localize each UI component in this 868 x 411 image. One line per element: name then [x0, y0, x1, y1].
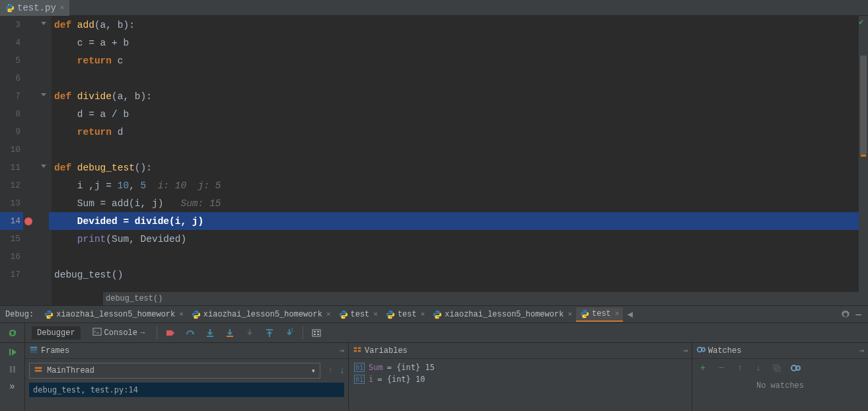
variable-row[interactable]: 01Sum= {int} 15 — [351, 361, 689, 373]
pin-icon[interactable]: ⇥ — [683, 346, 688, 355]
fold-icon[interactable] — [41, 165, 48, 171]
fold-icon[interactable] — [41, 22, 48, 28]
line-number: 10 — [0, 145, 23, 155]
current-execution-line: Devided = divide(i, j) — [52, 212, 868, 230]
editor-gutter: 3 4 5 6 7 8 9 10 11 12 13 14 15 16 17 — [0, 16, 52, 305]
editor-scrollbar[interactable]: ✔ — [859, 16, 868, 305]
debugger-subtab[interactable]: Debugger — [32, 326, 81, 340]
frame-item[interactable]: debug_test, test.py:14 — [29, 383, 344, 397]
resume-icon[interactable] — [6, 346, 19, 359]
svg-rect-5 — [266, 329, 273, 330]
prev-frame-icon[interactable]: ↑ — [324, 365, 336, 377]
add-watch-icon[interactable]: + — [696, 361, 709, 375]
python-run-icon — [44, 310, 54, 319]
variable-row[interactable]: 01i= {int} 10 — [351, 373, 689, 385]
fold-icon[interactable] — [41, 93, 48, 100]
svg-rect-2 — [92, 328, 100, 335]
show-watches-icon[interactable] — [789, 361, 802, 375]
code-text: c = a + b — [54, 38, 129, 48]
debug-run-tab-label: xiaozhai_lesson5_homework — [56, 310, 175, 319]
editor-breadcrumb[interactable]: debug_test() — [103, 292, 859, 305]
line-number: 12 — [0, 180, 23, 190]
code-area[interactable]: def add(a, b): c = a + b return c def di… — [52, 16, 868, 305]
svg-point-0 — [8, 4, 9, 5]
svg-rect-10 — [314, 334, 316, 335]
fn-name: debug_test — [77, 163, 135, 173]
svg-rect-20 — [354, 347, 357, 349]
code-text — [54, 234, 77, 244]
close-icon[interactable]: × — [178, 311, 184, 318]
scrollbar-thumb[interactable] — [860, 56, 867, 155]
inspection-checkmark-icon[interactable]: ✔ — [859, 17, 867, 25]
svg-point-25 — [702, 348, 705, 351]
inline-hint: Sum: 15 — [163, 198, 221, 209]
show-execution-point-icon[interactable] — [164, 326, 177, 340]
debug-run-tab[interactable]: test× — [382, 307, 429, 322]
thread-selector[interactable]: MainThread ▾ — [29, 363, 320, 379]
line-number: 13 — [0, 198, 23, 208]
svg-rect-15 — [30, 346, 38, 348]
debug-run-tab-label: xiaozhai_lesson5_homework — [445, 310, 563, 319]
pin-icon[interactable]: ⇥ — [340, 346, 344, 355]
remove-watch-icon[interactable]: − — [715, 361, 728, 375]
fn-params: (a, b): — [112, 91, 152, 102]
more-icon[interactable]: » — [6, 380, 19, 393]
line-number: 8 — [0, 109, 23, 119]
file-tab-test[interactable]: test.py × — [0, 0, 69, 16]
marker-stripe — [861, 155, 866, 157]
fn-name: add — [77, 20, 94, 30]
debug-run-tab[interactable]: xiaozhai_lesson5_homework× — [188, 307, 335, 322]
svg-rect-7 — [312, 330, 320, 336]
builtin-fn: print — [77, 234, 106, 244]
evaluate-expression-icon[interactable] — [310, 326, 323, 340]
close-icon[interactable]: × — [419, 311, 425, 318]
close-icon[interactable]: × — [372, 311, 378, 318]
svg-rect-3 — [207, 336, 213, 337]
next-frame-icon[interactable]: ↓ — [336, 365, 348, 377]
console-icon — [92, 327, 102, 339]
close-icon[interactable]: × — [614, 310, 620, 318]
svg-rect-18 — [35, 367, 42, 369]
watch-up-icon[interactable]: ↑ — [733, 361, 746, 375]
breadcrumb-item[interactable]: debug_test() — [106, 294, 163, 303]
watch-down-icon[interactable]: ↓ — [752, 361, 765, 375]
debug-run-tab[interactable]: test× — [335, 307, 382, 322]
step-into-my-code-icon[interactable] — [223, 326, 236, 340]
duplicate-watch-icon[interactable] — [770, 361, 783, 375]
rerun-icon[interactable] — [6, 326, 19, 340]
debug-run-tab[interactable]: xiaozhai_lesson5_homework× — [429, 307, 576, 322]
console-subtab[interactable]: Console→ — [87, 325, 151, 341]
close-icon[interactable]: × — [325, 311, 331, 318]
debug-run-tab[interactable]: xiaozhai_lesson5_homework× — [40, 307, 188, 322]
step-into-icon[interactable] — [203, 326, 217, 340]
svg-rect-13 — [10, 366, 12, 373]
svg-rect-11 — [317, 334, 319, 335]
line-number: 15 — [0, 234, 23, 244]
pause-icon[interactable] — [6, 363, 19, 376]
code-text: i ,j = — [54, 180, 118, 191]
force-step-into-icon[interactable] — [243, 326, 256, 340]
run-to-cursor-icon[interactable]: I — [283, 326, 296, 340]
close-tab-icon[interactable]: × — [59, 4, 65, 12]
watches-empty-text: No watches — [692, 377, 868, 391]
variables-panel: Variables ⇥ 01Sum= {int} 15 01i= {int} 1… — [349, 343, 692, 411]
svg-rect-23 — [358, 350, 361, 352]
chevron-down-icon[interactable]: ▾ — [311, 366, 316, 376]
code-text: (Sum, Devided) — [106, 234, 186, 244]
close-icon[interactable]: × — [566, 311, 572, 318]
kw-return: return — [54, 56, 118, 66]
breakpoint-icon[interactable] — [24, 217, 32, 225]
debug-run-tab-label: test — [592, 309, 611, 318]
pin-icon[interactable]: ⇥ — [859, 346, 864, 355]
minimize-icon[interactable]: — — [852, 309, 865, 320]
scroll-left-icon[interactable]: ◀ — [627, 309, 632, 320]
step-over-icon[interactable] — [184, 326, 197, 340]
var-type-icon: 01 — [354, 375, 365, 384]
debug-run-tab-active[interactable]: test× — [576, 307, 623, 322]
watches-panel: Watches ⇥ + − ↑ ↓ No watches — [692, 343, 868, 411]
num-literal: 5 — [141, 180, 147, 191]
debug-run-tab-label: test — [351, 310, 370, 319]
gear-icon[interactable] — [839, 308, 852, 321]
step-out-icon[interactable] — [263, 326, 276, 340]
frames-icon — [29, 345, 38, 357]
